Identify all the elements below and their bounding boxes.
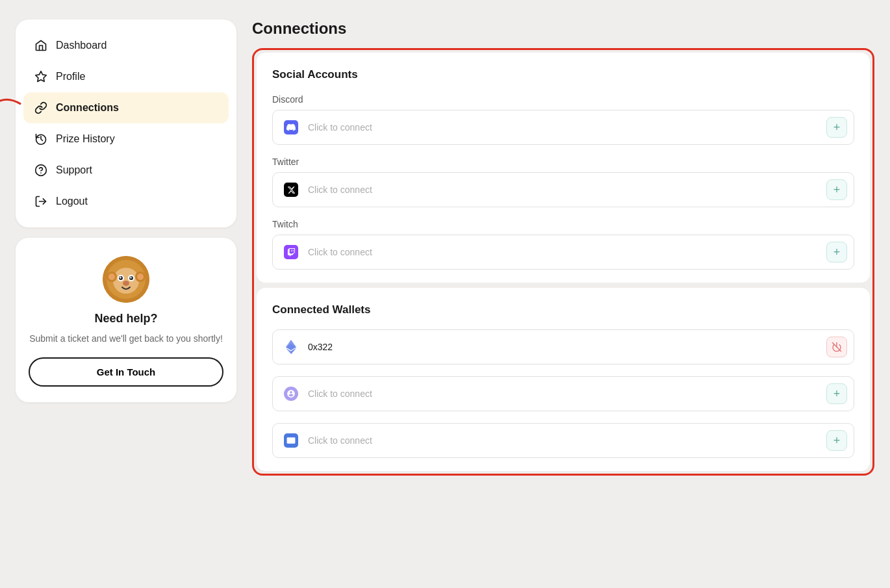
sidebar-label-dashboard: Dashboard <box>56 40 107 51</box>
twitch-icon <box>282 243 300 261</box>
svg-text:+: + <box>119 275 122 281</box>
ethereum-value: 0x322 <box>308 342 826 352</box>
logout-icon <box>34 194 48 209</box>
twitch-label: Twitch <box>272 219 854 229</box>
sidebar-item-connections[interactable]: Connections <box>23 92 229 123</box>
svg-text:+: + <box>129 275 133 281</box>
generic-wallet-field-group: Click to connect + <box>272 423 854 458</box>
social-accounts-card: Social Accounts Discord Click to connect… <box>257 53 870 283</box>
sidebar-item-dashboard[interactable]: Dashboard <box>23 30 229 61</box>
sidebar-label-connections: Connections <box>56 102 119 114</box>
get-in-touch-button[interactable]: Get In Touch <box>29 357 223 387</box>
nav-card: Dashboard Profile <box>16 19 236 227</box>
twitter-placeholder: Click to connect <box>308 185 826 195</box>
connected-wallets-title: Connected Wallets <box>272 303 854 316</box>
phantom-connect-row[interactable]: Click to connect + <box>272 376 854 411</box>
ethereum-connect-row[interactable]: 0x322 <box>272 329 854 364</box>
discord-add-button[interactable]: + <box>826 117 847 138</box>
sidebar-label-prize-history: Prize History <box>56 133 115 145</box>
help-circle-icon <box>34 163 48 177</box>
generic-wallet-connect-row[interactable]: Click to connect + <box>272 423 854 458</box>
sidebar-item-logout[interactable]: Logout <box>23 186 229 217</box>
twitch-field-group: Twitch Click to connect + <box>272 219 854 270</box>
eth-icon <box>282 338 300 356</box>
connections-container: Social Accounts Discord Click to connect… <box>252 48 874 476</box>
help-card-title: Need help? <box>94 312 157 326</box>
main-content: Connections Social Accounts Discord Clic… <box>252 19 874 569</box>
home-icon <box>34 38 48 53</box>
link-icon <box>34 101 48 115</box>
twitch-add-button[interactable]: + <box>826 242 847 262</box>
sidebar-label-profile: Profile <box>56 71 85 83</box>
phantom-icon <box>282 385 300 403</box>
discord-connect-row[interactable]: Click to connect + <box>272 110 854 145</box>
phantom-add-button[interactable]: + <box>826 383 847 404</box>
twitter-connect-row[interactable]: Click to connect + <box>272 172 854 207</box>
svg-point-18 <box>137 274 144 280</box>
sidebar-item-prize-history[interactable]: Prize History <box>23 123 229 155</box>
twitch-placeholder: Click to connect <box>308 247 826 257</box>
discord-icon <box>282 118 300 136</box>
star-icon <box>34 70 48 84</box>
ethereum-field-group: 0x322 <box>272 329 854 364</box>
avatar: + + <box>103 256 149 303</box>
twitter-label: Twitter <box>272 157 854 167</box>
discord-field-group: Discord Click to connect + <box>272 94 854 145</box>
help-card: + + Need help? Submit a ticket and we'll… <box>16 238 236 402</box>
sidebar-label-logout: Logout <box>56 196 88 207</box>
svg-rect-21 <box>287 437 296 443</box>
generic-wallet-icon <box>282 431 300 450</box>
discord-placeholder: Click to connect <box>308 122 826 133</box>
ethereum-disconnect-button[interactable] <box>826 337 847 357</box>
generic-wallet-add-button[interactable]: + <box>826 430 847 451</box>
history-icon <box>34 132 48 146</box>
phantom-placeholder: Click to connect <box>308 389 826 399</box>
annotation-arrow <box>0 91 23 120</box>
sidebar: Dashboard Profile <box>16 19 236 569</box>
phantom-field-group: Click to connect + <box>272 376 854 411</box>
sidebar-label-support: Support <box>56 164 92 176</box>
discord-label: Discord <box>272 94 854 105</box>
svg-point-14 <box>123 281 129 286</box>
twitter-add-button[interactable]: + <box>826 179 847 200</box>
generic-wallet-placeholder: Click to connect <box>308 435 826 446</box>
page-title: Connections <box>252 19 874 38</box>
svg-marker-0 <box>36 71 47 82</box>
svg-point-17 <box>108 274 115 280</box>
help-card-description: Submit a ticket and we'll get back to yo… <box>29 332 223 346</box>
social-accounts-title: Social Accounts <box>272 68 854 81</box>
sidebar-item-profile[interactable]: Profile <box>23 61 229 92</box>
twitch-connect-row[interactable]: Click to connect + <box>272 235 854 270</box>
connected-wallets-card: Connected Wallets 0x <box>257 288 870 471</box>
twitter-field-group: Twitter Click to connect + <box>272 157 854 207</box>
twitter-icon <box>282 181 300 199</box>
sidebar-item-support[interactable]: Support <box>23 155 229 186</box>
